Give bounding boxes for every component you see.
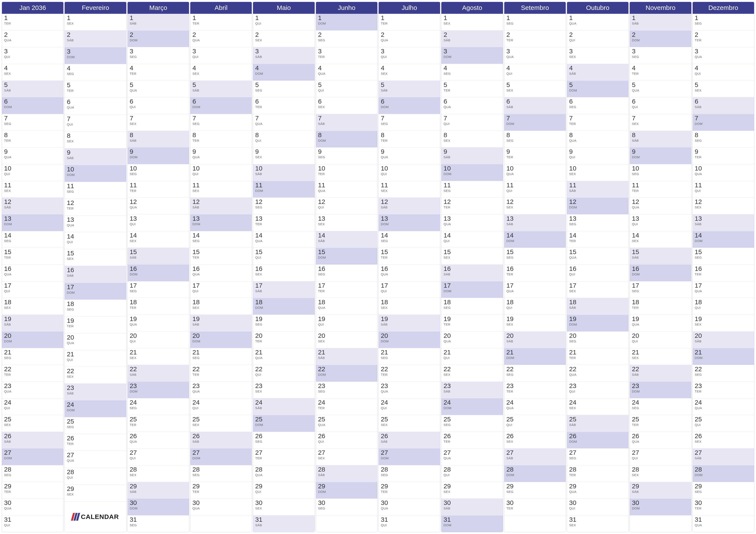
day-cell: 28QUI xyxy=(441,465,503,482)
day-number: 23 xyxy=(381,383,438,389)
weekday-label: SÁB xyxy=(318,473,375,477)
day-number: 20 xyxy=(318,332,375,339)
day-number: 30 xyxy=(4,499,61,506)
weekday-label: QUI xyxy=(4,289,61,293)
day-cell: 27QUI xyxy=(630,448,691,465)
day-cell: 25SEX xyxy=(190,415,252,432)
weekday-label: QUA xyxy=(4,506,61,510)
day-cell: 22SEX xyxy=(65,367,126,384)
weekday-label: QUI xyxy=(4,172,61,176)
day-cell: 8SEX xyxy=(441,131,503,148)
day-number: 12 xyxy=(444,198,500,205)
day-number: 9 xyxy=(381,148,438,155)
weekday-label: QUI xyxy=(444,239,500,243)
day-cell: 2DOM xyxy=(127,31,189,47)
day-cell: 29TER xyxy=(2,482,63,499)
day-cell: 30TER xyxy=(693,499,754,516)
day-number: 13 xyxy=(130,215,187,222)
day-number: 26 xyxy=(130,433,187,439)
day-cell: 14DOM xyxy=(693,231,754,248)
day-cell: 23DOM xyxy=(127,382,189,398)
day-cell: 6SÁB xyxy=(504,97,566,114)
weekday-label: SEX xyxy=(381,423,438,426)
weekday-label: QUA xyxy=(192,38,250,42)
day-number: 2 xyxy=(67,32,124,38)
weekday-label: SEG xyxy=(632,55,689,59)
day-number: 13 xyxy=(632,215,689,222)
day-cell: 7DOM xyxy=(504,114,566,131)
day-number: 18 xyxy=(318,299,375,305)
day-number: 24 xyxy=(444,399,500,406)
day-cell: 3DOM xyxy=(441,47,503,64)
day-cell: 28SÁB xyxy=(316,465,377,482)
weekday-label: QUA xyxy=(255,122,312,126)
day-cell: 6SEX xyxy=(316,97,377,114)
day-cell: 18TER xyxy=(127,298,189,315)
weekday-label: SEX xyxy=(695,440,752,443)
day-cell: 4QUA xyxy=(316,64,377,81)
weekday-label: QUI xyxy=(192,55,250,59)
day-number: 20 xyxy=(381,332,438,339)
weekday-label: QUA xyxy=(695,172,752,176)
weekday-label: DOM xyxy=(130,155,187,159)
day-number: 7 xyxy=(130,115,187,121)
day-cell: 11SEX xyxy=(2,181,63,198)
day-number: 7 xyxy=(381,115,438,121)
day-cell: 14SÁB xyxy=(316,231,377,248)
weekday-label: TER xyxy=(381,21,438,25)
weekday-label: QUI xyxy=(381,172,438,176)
day-number: 21 xyxy=(569,349,626,355)
weekday-label: TER xyxy=(381,256,438,259)
day-number: 27 xyxy=(381,449,438,456)
day-cell: 19TER xyxy=(441,315,503,332)
day-number: 7 xyxy=(67,115,124,122)
day-cell: 12QUA xyxy=(630,198,691,215)
day-number: 7 xyxy=(632,115,689,121)
day-cell: 27QUA xyxy=(65,451,126,468)
day-number: 18 xyxy=(192,299,250,305)
weekday-label: TER xyxy=(4,139,61,142)
day-number: 11 xyxy=(4,182,61,189)
day-number: 6 xyxy=(67,99,124,105)
month-column: Maio1QUI2SEX3SÁB4DOM5SEG6TER7QUA8QUI9SEX… xyxy=(253,2,315,532)
weekday-label: TER xyxy=(192,139,250,142)
day-number: 12 xyxy=(130,198,187,205)
weekday-label: SEX xyxy=(4,423,61,426)
day-cell: 1DOM xyxy=(316,14,377,31)
day-number: 4 xyxy=(569,65,626,71)
day-cell: 18SÁB xyxy=(567,298,629,315)
weekday-label: DOM xyxy=(192,105,250,109)
day-number: 23 xyxy=(130,383,187,389)
day-cell: 10QUI xyxy=(190,164,252,181)
weekday-label: SÁB xyxy=(130,373,187,376)
day-cell: 15QUI xyxy=(253,248,314,265)
day-cell: 8SEG xyxy=(693,131,754,148)
day-cell: 21QUI xyxy=(65,350,126,367)
day-number: 1 xyxy=(318,15,375,21)
weekday-label: SEX xyxy=(444,490,500,494)
day-number: 3 xyxy=(4,48,61,55)
day-number: 12 xyxy=(506,198,564,205)
weekday-label: TER xyxy=(318,289,375,293)
day-cell: 10SÁB xyxy=(253,164,314,181)
weekday-label: SEG xyxy=(695,490,752,494)
weekday-label: DOM xyxy=(192,456,250,460)
day-number: 5 xyxy=(381,82,438,88)
day-number: 3 xyxy=(695,48,752,55)
weekday-label: SEG xyxy=(381,473,438,477)
day-number: 29 xyxy=(318,483,375,490)
weekday-label: SEG xyxy=(569,456,626,460)
day-number: 5 xyxy=(318,82,375,88)
weekday-label: TER xyxy=(67,207,124,210)
weekday-label: SÁB xyxy=(130,21,187,25)
day-number: 20 xyxy=(695,332,752,339)
weekday-label: QUA xyxy=(192,506,250,510)
day-cell: 22SEG xyxy=(504,365,566,382)
day-cell: 4SEX xyxy=(379,64,440,81)
day-number: 24 xyxy=(632,399,689,406)
day-cell: 22TER xyxy=(2,365,63,382)
day-cell: 6DOM xyxy=(190,97,252,114)
day-number: 3 xyxy=(192,48,250,55)
day-cell: 30SEX xyxy=(253,499,314,516)
day-cell: 20QUI xyxy=(127,332,189,348)
